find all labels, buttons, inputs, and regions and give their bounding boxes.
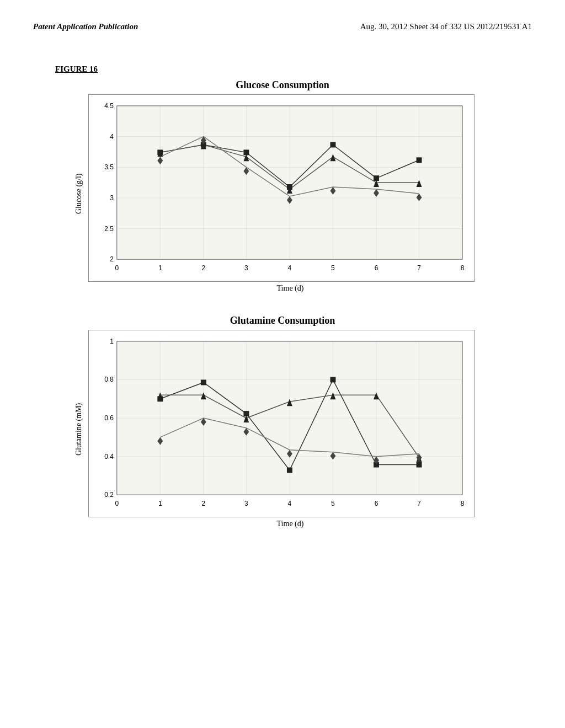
svg-text:2: 2: [202, 500, 206, 507]
chart-container: Glucose Consumption Glucose (g/l): [73, 79, 492, 550]
svg-text:0.2: 0.2: [104, 491, 114, 499]
publication-info: Aug. 30, 2012 Sheet 34 of 332 US 2012/21…: [360, 22, 532, 31]
glucose-chart-inner: 4.5 4 3.5 3 2.5 2 0 1 2 3 4 5 6: [88, 94, 492, 293]
svg-text:7: 7: [417, 500, 421, 507]
glutamine-svg: 1 0.8 0.6 0.4 0.2 0 1 2 3 4 5 6 7: [88, 330, 475, 517]
svg-text:3.5: 3.5: [104, 163, 114, 171]
svg-text:2.5: 2.5: [104, 225, 114, 233]
svg-text:0.4: 0.4: [104, 453, 114, 461]
glucose-chart-wrapper: Glucose Consumption Glucose (g/l): [73, 79, 492, 293]
marker-square: [330, 377, 335, 383]
svg-text:2: 2: [202, 264, 206, 272]
marker-square: [201, 379, 206, 385]
glucose-chart-title: Glucose Consumption: [73, 79, 492, 91]
svg-text:2: 2: [110, 255, 114, 263]
svg-text:4: 4: [288, 500, 292, 507]
svg-text:7: 7: [417, 264, 421, 272]
svg-text:0: 0: [115, 500, 119, 507]
svg-text:4: 4: [110, 133, 114, 141]
svg-text:8: 8: [461, 500, 465, 507]
glutamine-chart-wrapper: Glutamine Consumption Glutamine (mM): [73, 315, 492, 528]
svg-text:5: 5: [331, 500, 335, 507]
svg-text:1: 1: [158, 500, 162, 507]
svg-text:4: 4: [288, 264, 292, 272]
svg-text:1: 1: [158, 264, 162, 272]
svg-text:8: 8: [461, 264, 465, 272]
svg-text:4.5: 4.5: [104, 102, 114, 110]
marker-square: [417, 462, 422, 468]
glucose-y-axis-label: Glucose (g/l): [73, 94, 85, 293]
svg-text:5: 5: [331, 264, 335, 272]
svg-text:3: 3: [244, 500, 248, 507]
glutamine-x-axis-label: Time (d): [88, 520, 492, 528]
marker-square: [330, 142, 335, 147]
svg-text:3: 3: [244, 264, 248, 272]
glucose-chart-area: Glucose (g/l): [73, 94, 492, 293]
glucose-svg: 4.5 4 3.5 3 2.5 2 0 1 2 3 4 5 6: [88, 94, 475, 282]
svg-text:0.8: 0.8: [104, 376, 114, 383]
marker-square: [287, 468, 292, 473]
publication-label: Patent Application Publication: [33, 22, 138, 31]
glutamine-y-axis-label: Glutamine (mM): [73, 330, 85, 528]
svg-text:1: 1: [110, 338, 114, 345]
figure-label: FIGURE 16: [55, 65, 532, 74]
svg-text:0.6: 0.6: [104, 414, 114, 422]
page-header: Patent Application Publication Aug. 30, …: [33, 22, 532, 31]
glutamine-chart-title: Glutamine Consumption: [73, 315, 492, 326]
glucose-x-axis-label: Time (d): [88, 284, 492, 293]
glutamine-chart-area: Glutamine (mM): [73, 330, 492, 528]
glutamine-chart-inner: 1 0.8 0.6 0.4 0.2 0 1 2 3 4 5 6 7: [88, 330, 492, 528]
svg-text:0: 0: [115, 264, 119, 272]
svg-text:6: 6: [375, 264, 379, 272]
marker-square: [417, 157, 422, 163]
svg-text:3: 3: [110, 194, 114, 202]
page: Patent Application Publication Aug. 30, …: [0, 0, 565, 728]
svg-text:6: 6: [375, 500, 379, 507]
